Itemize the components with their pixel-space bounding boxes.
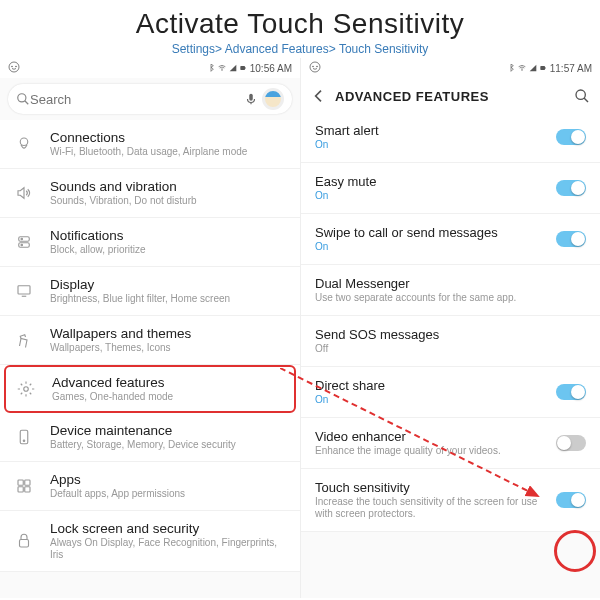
item-label: Advanced features: [52, 375, 286, 390]
svg-rect-19: [18, 480, 23, 485]
highlight-circle: [554, 530, 596, 572]
feature-item-dual-messenger[interactable]: Dual MessengerUse two separate accounts …: [301, 265, 600, 316]
item-label: Sounds and vibration: [50, 179, 288, 194]
svg-rect-29: [545, 67, 546, 68]
bluetooth-icon: [207, 64, 215, 72]
item-label: Notifications: [50, 228, 288, 243]
svg-rect-23: [20, 540, 29, 548]
item-sublabel: Block, allow, prioritize: [50, 244, 288, 256]
features-list: Smart alertOnEasy muteOnSwipe to call or…: [301, 112, 600, 532]
svg-rect-28: [540, 66, 545, 70]
breadcrumb: Settings> Advanced Features> Touch Sensi…: [0, 42, 600, 56]
svg-rect-5: [245, 67, 246, 68]
battery-icon: [239, 64, 247, 72]
settings-item-sounds-and-vibration[interactable]: Sounds and vibrationSounds, Vibration, D…: [0, 169, 300, 218]
svg-point-16: [24, 387, 29, 392]
feature-item-direct-share[interactable]: Direct shareOn: [301, 367, 600, 418]
item-sublabel: On: [315, 190, 550, 202]
item-label: Connections: [50, 130, 288, 145]
sound-icon: [12, 184, 36, 202]
notifications-icon: [12, 233, 36, 251]
page-header: Activate Touch Sensitivity Settings> Adv…: [0, 0, 600, 58]
settings-list: ConnectionsWi-Fi, Bluetooth, Data usage,…: [0, 120, 300, 572]
mic-icon[interactable]: [244, 92, 258, 106]
item-label: Easy mute: [315, 174, 550, 189]
toggle-switch[interactable]: [556, 180, 586, 196]
reddit-icon: [8, 61, 20, 75]
svg-point-13: [21, 244, 23, 246]
search-input[interactable]: [30, 92, 244, 107]
feature-item-video-enhancer[interactable]: Video enhancerEnhance the image quality …: [301, 418, 600, 469]
item-label: Dual Messenger: [315, 276, 580, 291]
item-label: Wallpapers and themes: [50, 326, 288, 341]
signal-icon: [229, 64, 237, 72]
toggle-switch[interactable]: [556, 129, 586, 145]
svg-point-3: [221, 70, 222, 71]
settings-item-display[interactable]: DisplayBrightness, Blue light filter, Ho…: [0, 267, 300, 316]
lock-icon: [12, 532, 36, 550]
gear-icon: [14, 380, 38, 398]
status-bar: 11:57 AM: [301, 58, 600, 78]
svg-point-18: [23, 440, 25, 442]
feature-item-smart-alert[interactable]: Smart alertOn: [301, 112, 600, 163]
item-label: Lock screen and security: [50, 521, 288, 536]
toggle-switch[interactable]: [556, 492, 586, 508]
display-icon: [12, 282, 36, 300]
svg-point-26: [316, 66, 318, 68]
toggle-switch[interactable]: [556, 435, 586, 451]
avatar[interactable]: [262, 88, 284, 110]
item-sublabel: Off: [315, 343, 580, 355]
panel-header: ADVANCED FEATURES: [301, 78, 600, 112]
item-sublabel: Increase the touch sensitivity of the sc…: [315, 496, 550, 520]
settings-item-connections[interactable]: ConnectionsWi-Fi, Bluetooth, Data usage,…: [0, 120, 300, 169]
brush-icon: [12, 331, 36, 349]
settings-item-notifications[interactable]: NotificationsBlock, allow, prioritize: [0, 218, 300, 267]
item-sublabel: Wi-Fi, Bluetooth, Data usage, Airplane m…: [50, 146, 288, 158]
settings-item-device-maintenance[interactable]: Device maintenanceBattery, Storage, Memo…: [0, 413, 300, 462]
feature-item-easy-mute[interactable]: Easy muteOn: [301, 163, 600, 214]
item-label: Direct share: [315, 378, 550, 393]
item-sublabel: Battery, Storage, Memory, Device securit…: [50, 439, 288, 451]
svg-rect-11: [19, 243, 30, 248]
settings-item-apps[interactable]: AppsDefault apps, App permissions: [0, 462, 300, 511]
svg-point-9: [20, 138, 28, 146]
reddit-icon: [309, 61, 321, 75]
feature-item-send-sos-messages[interactable]: Send SOS messagesOff: [301, 316, 600, 367]
feature-item-swipe-to-call-or-send-messages[interactable]: Swipe to call or send messagesOn: [301, 214, 600, 265]
status-time: 11:57 AM: [550, 63, 592, 74]
settings-item-wallpapers-and-themes[interactable]: Wallpapers and themesWallpapers, Themes,…: [0, 316, 300, 365]
settings-item-advanced-features[interactable]: Advanced featuresGames, One-handed mode: [4, 365, 296, 413]
item-label: Touch sensitivity: [315, 480, 550, 495]
svg-point-30: [576, 90, 585, 99]
toggle-switch[interactable]: [556, 384, 586, 400]
item-label: Apps: [50, 472, 288, 487]
page-title: Activate Touch Sensitivity: [0, 8, 600, 40]
svg-rect-4: [240, 66, 245, 70]
wifi-icon: [12, 135, 36, 153]
back-icon[interactable]: [311, 88, 327, 104]
item-label: Display: [50, 277, 288, 292]
svg-point-1: [11, 66, 13, 68]
search-icon[interactable]: [574, 88, 590, 104]
phone-icon: [12, 428, 36, 446]
item-label: Smart alert: [315, 123, 550, 138]
item-sublabel: Sounds, Vibration, Do not disturb: [50, 195, 288, 207]
status-time: 10:56 AM: [250, 63, 292, 74]
svg-rect-22: [25, 487, 30, 492]
item-sublabel: Always On Display, Face Recognition, Fin…: [50, 537, 288, 561]
svg-rect-21: [18, 487, 23, 492]
settings-item-lock-screen-and-security[interactable]: Lock screen and securityAlways On Displa…: [0, 511, 300, 572]
search-bar[interactable]: [8, 84, 292, 114]
item-sublabel: Use two separate accounts for the same a…: [315, 292, 580, 304]
svg-point-25: [312, 66, 314, 68]
item-sublabel: Brightness, Blue light filter, Home scre…: [50, 293, 288, 305]
apps-icon: [12, 477, 36, 495]
toggle-switch[interactable]: [556, 231, 586, 247]
svg-point-2: [15, 66, 17, 68]
panel-title: ADVANCED FEATURES: [335, 89, 574, 104]
item-label: Send SOS messages: [315, 327, 580, 342]
item-sublabel: On: [315, 241, 550, 253]
item-label: Device maintenance: [50, 423, 288, 438]
svg-rect-10: [19, 237, 30, 242]
feature-item-touch-sensitivity[interactable]: Touch sensitivityIncrease the touch sens…: [301, 469, 600, 532]
